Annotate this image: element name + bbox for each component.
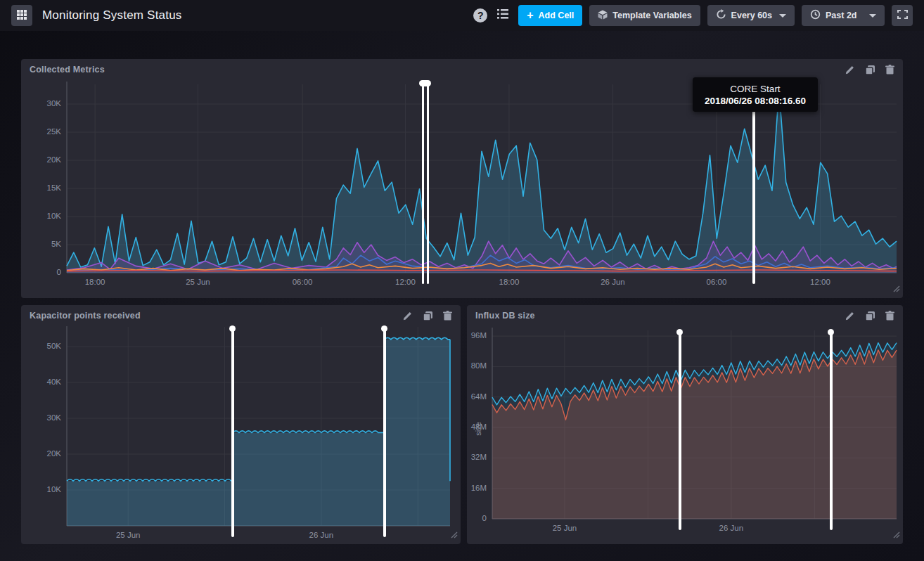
y-tick-label: 10K bbox=[26, 212, 61, 220]
resize-handle-icon[interactable] bbox=[449, 529, 458, 541]
navbar: Monitoring System Status ? + Add Cell Te… bbox=[0, 0, 924, 31]
chart-canvas bbox=[21, 326, 457, 536]
add-cell-button[interactable]: + Add Cell bbox=[518, 5, 582, 26]
cell-header[interactable]: Kapacitor points received bbox=[21, 305, 461, 326]
chart-canvas bbox=[467, 326, 904, 529]
plus-icon: + bbox=[527, 10, 533, 21]
y-tick-label: 25K bbox=[26, 127, 61, 136]
graph-influx-db-size[interactable]: 016M32M48M64M80M96M25 Jun26 Jun bbox=[467, 326, 903, 544]
y-tick-label: 32M bbox=[451, 453, 487, 461]
y-axis-label: size bbox=[474, 422, 482, 436]
x-tick-label: 26 Jun bbox=[300, 531, 342, 539]
delete-cell-button[interactable] bbox=[443, 311, 452, 321]
cell-kapacitor-points: Kapacitor points received 10K20K30K40K50… bbox=[21, 305, 461, 544]
graph-collected-metrics[interactable]: 05K10K15K20K25K30K18:0025 Jun06:0012:001… bbox=[21, 80, 903, 298]
y-tick-label: 80M bbox=[451, 361, 487, 370]
grid-icon bbox=[17, 10, 27, 22]
chevron-down-icon bbox=[779, 14, 786, 18]
dashboard-grid: Collected Metrics 05K10K15K20K25K30K18:0… bbox=[0, 31, 924, 561]
annotation-line[interactable] bbox=[830, 332, 833, 530]
y-tick-label: 10K bbox=[26, 485, 61, 494]
annotation-line[interactable] bbox=[422, 83, 424, 284]
announcements-icon[interactable] bbox=[497, 9, 508, 22]
refresh-interval-dropdown[interactable]: Every 60s bbox=[707, 5, 795, 26]
refresh-interval-label: Every 60s bbox=[731, 11, 772, 20]
duplicate-cell-button[interactable] bbox=[865, 311, 875, 321]
x-tick-label: 06:00 bbox=[695, 278, 738, 286]
annotation-line[interactable] bbox=[427, 83, 429, 284]
edit-cell-button[interactable] bbox=[845, 311, 855, 321]
time-range-label: Past 2d bbox=[826, 11, 856, 20]
presentation-mode-button[interactable] bbox=[892, 5, 913, 26]
add-cell-label: Add Cell bbox=[539, 11, 575, 20]
y-tick-label: 40K bbox=[26, 378, 61, 386]
annotation-line[interactable] bbox=[752, 86, 755, 284]
annotation-timestamp: 2018/06/26 08:08:16.60 bbox=[705, 96, 806, 106]
resize-handle-icon[interactable] bbox=[892, 529, 900, 541]
x-tick-label: 26 Jun bbox=[710, 524, 752, 532]
y-tick-label: 64M bbox=[451, 392, 487, 401]
template-variables-button[interactable]: Template Variables bbox=[589, 5, 700, 26]
x-tick-label: 06:00 bbox=[281, 278, 323, 286]
x-tick-label: 12:00 bbox=[799, 278, 841, 286]
y-tick-label: 5K bbox=[26, 240, 61, 248]
cell-influx-db-size: Influx DB size 016M32M48M64M80M96M25 Jun… bbox=[467, 305, 903, 544]
help-icon[interactable]: ? bbox=[473, 8, 487, 22]
cell-title: Collected Metrics bbox=[30, 65, 105, 75]
template-variables-label: Template Variables bbox=[612, 11, 691, 20]
annotation-title: CORE Start bbox=[730, 84, 780, 94]
y-tick-label: 20K bbox=[26, 155, 61, 164]
x-tick-label: 12:00 bbox=[384, 278, 426, 286]
cube-icon bbox=[598, 10, 608, 22]
y-tick-label: 15K bbox=[26, 183, 61, 192]
annotation-handle[interactable] bbox=[419, 80, 431, 86]
graph-kapacitor-points[interactable]: 10K20K30K40K50K25 Jun26 Jun bbox=[21, 326, 461, 544]
duplicate-cell-button[interactable] bbox=[865, 65, 875, 75]
x-tick-label: 25 Jun bbox=[107, 531, 149, 539]
delete-cell-button[interactable] bbox=[885, 65, 894, 75]
y-tick-label: 30K bbox=[26, 99, 61, 108]
annotation-line[interactable] bbox=[231, 328, 234, 537]
y-tick-label: 96M bbox=[451, 331, 487, 340]
edit-cell-button[interactable] bbox=[845, 65, 855, 75]
annotation-line[interactable] bbox=[383, 328, 386, 537]
annotation-line[interactable] bbox=[679, 332, 681, 530]
y-tick-label: 30K bbox=[26, 413, 61, 422]
duplicate-cell-button[interactable] bbox=[423, 311, 433, 321]
y-tick-label: 0 bbox=[451, 514, 487, 522]
x-tick-label: 18:00 bbox=[488, 278, 530, 286]
x-tick-label: 18:00 bbox=[74, 278, 116, 286]
cell-title: Influx DB size bbox=[475, 311, 535, 321]
fullscreen-icon bbox=[897, 10, 908, 21]
y-tick-label: 0 bbox=[26, 268, 61, 276]
clock-icon bbox=[810, 9, 821, 22]
cell-title: Kapacitor points received bbox=[30, 311, 141, 321]
time-range-dropdown[interactable]: Past 2d bbox=[802, 5, 885, 26]
y-tick-label: 20K bbox=[26, 449, 61, 458]
dashboard-title: Monitoring System Status bbox=[42, 8, 182, 22]
cell-header[interactable]: Influx DB size bbox=[467, 305, 903, 326]
y-tick-label: 16M bbox=[451, 484, 487, 492]
edit-cell-button[interactable] bbox=[403, 311, 413, 321]
refresh-icon bbox=[716, 9, 726, 22]
y-tick-label: 50K bbox=[26, 342, 61, 350]
dashboards-grid-button[interactable] bbox=[11, 5, 32, 26]
delete-cell-button[interactable] bbox=[885, 311, 894, 321]
x-tick-label: 26 Jun bbox=[591, 278, 634, 286]
x-tick-label: 25 Jun bbox=[177, 278, 219, 286]
chevron-down-icon bbox=[869, 14, 876, 18]
x-tick-label: 25 Jun bbox=[544, 524, 586, 532]
resize-handle-icon[interactable] bbox=[892, 283, 900, 295]
annotation-tooltip: CORE Start 2018/06/26 08:08:16.60 bbox=[693, 77, 818, 112]
